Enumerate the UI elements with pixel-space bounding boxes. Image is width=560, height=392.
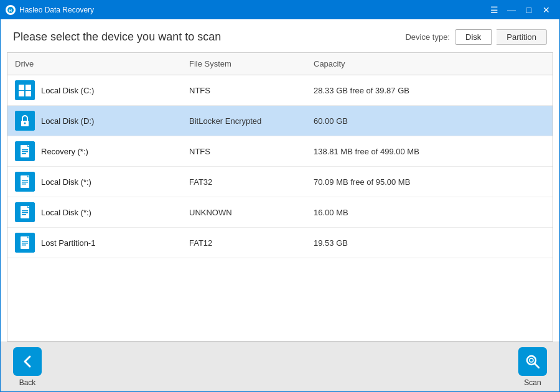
windows-drive-icon (15, 80, 35, 100)
column-capacity: Capacity (306, 57, 553, 71)
svg-rect-28 (22, 243, 28, 244)
capacity-cell: 16.00 MB (306, 203, 553, 222)
svg-rect-4 (26, 85, 31, 90)
disk-button[interactable]: Disk (455, 29, 492, 45)
svg-rect-2 (15, 80, 35, 100)
svg-rect-13 (22, 151, 28, 152)
capacity-cell: 19.53 GB (306, 233, 553, 253)
svg-rect-24 (22, 214, 26, 215)
filesystem-cell: NTFS (182, 81, 306, 100)
drive-cell: Local Disk (*:) (7, 167, 182, 197)
drive-name: Local Disk (*:) (41, 177, 91, 187)
table-row[interactable]: Recovery (*:) NTFS 138.81 MB free of 499… (7, 136, 553, 167)
bottom-bar: Back Scan (1, 342, 559, 391)
doc-drive-icon (15, 172, 35, 192)
svg-rect-23 (22, 212, 28, 213)
back-button[interactable]: Back (13, 347, 42, 387)
page-title: Please select the device you want to sca… (13, 30, 221, 44)
filesystem-cell: FAT32 (182, 172, 306, 192)
title-bar: H Hasleo Data Recovery ☰ — □ ✕ (1, 1, 559, 19)
svg-rect-12 (22, 149, 28, 151)
partition-button[interactable]: Partition (497, 29, 547, 45)
content-area: Please select the device you want to sca… (1, 19, 559, 342)
back-icon (13, 347, 42, 376)
drive-cell: Lost Partition-1 (7, 228, 182, 258)
scan-button[interactable]: Scan (518, 347, 547, 387)
drive-name: Recovery (*:) (41, 147, 88, 156)
svg-rect-14 (22, 153, 26, 154)
table-row[interactable]: Lost Partition-1 FAT12 19.53 GB (7, 228, 553, 258)
svg-rect-6 (26, 91, 31, 96)
main-window: H Hasleo Data Recovery ☰ — □ ✕ Please se… (0, 0, 560, 392)
back-label: Back (19, 378, 36, 387)
drive-name: Local Disk (D:) (41, 116, 94, 126)
capacity-cell: 70.09 MB free of 95.00 MB (306, 172, 553, 192)
doc-drive-icon (15, 202, 35, 222)
minimize-button[interactable]: — (503, 4, 520, 16)
svg-rect-19 (22, 184, 26, 185)
drive-cell: Recovery (*:) (7, 136, 182, 166)
app-icon: H (6, 5, 16, 15)
menu-button[interactable]: ☰ (486, 4, 502, 16)
svg-rect-22 (22, 210, 28, 212)
drive-name: Local Disk (*:) (41, 208, 91, 217)
window-title: Hasleo Data Recovery (19, 6, 486, 14)
header-row: Please select the device you want to sca… (1, 19, 559, 52)
drive-name: Local Disk (C:) (41, 86, 94, 95)
table-body: Local Disk (C:) NTFS 28.33 GB free of 39… (7, 75, 553, 258)
scan-label: Scan (524, 378, 541, 387)
drive-cell: Local Disk (*:) (7, 197, 182, 227)
device-type-label: Device type: (405, 32, 450, 42)
svg-point-32 (530, 358, 533, 362)
svg-text:H: H (9, 8, 12, 12)
svg-rect-17 (22, 180, 28, 181)
svg-line-31 (534, 363, 539, 368)
scan-icon (518, 347, 547, 376)
capacity-cell: 28.33 GB free of 39.87 GB (306, 81, 553, 100)
capacity-cell: 60.00 GB (306, 111, 553, 131)
filesystem-cell: NTFS (182, 142, 306, 161)
capacity-cell: 138.81 MB free of 499.00 MB (306, 142, 553, 161)
table-row[interactable]: Local Disk (*:) UNKNOWN 16.00 MB (7, 197, 553, 228)
svg-rect-3 (19, 85, 24, 90)
maximize-button[interactable]: □ (521, 4, 537, 16)
lock-drive-icon (15, 111, 35, 131)
svg-rect-29 (22, 245, 26, 246)
column-drive: Drive (7, 57, 182, 71)
doc-drive-icon (15, 141, 35, 161)
filesystem-cell: BitLocker Encrypted (182, 111, 306, 131)
filesystem-cell: UNKNOWN (182, 203, 306, 222)
table-row[interactable]: Local Disk (D:) BitLocker Encrypted 60.0… (7, 106, 553, 136)
svg-rect-27 (22, 241, 28, 242)
drive-name: Lost Partition-1 (41, 238, 95, 248)
close-button[interactable]: ✕ (538, 4, 554, 16)
window-controls: ☰ — □ ✕ (486, 4, 554, 16)
table-row[interactable]: Local Disk (*:) FAT32 70.09 MB free of 9… (7, 167, 553, 197)
svg-rect-5 (19, 91, 24, 96)
svg-point-9 (24, 123, 26, 124)
table-row[interactable]: Local Disk (C:) NTFS 28.33 GB free of 39… (7, 75, 553, 106)
filesystem-cell: FAT12 (182, 233, 306, 253)
column-filesystem: File System (182, 57, 306, 71)
svg-rect-18 (22, 182, 28, 183)
drive-table: Drive File System Capacity (7, 52, 553, 342)
drive-cell: Local Disk (C:) (7, 75, 182, 105)
table-header: Drive File System Capacity (7, 53, 553, 75)
device-type-group: Device type: Disk Partition (405, 29, 547, 45)
doc-drive-icon (15, 233, 35, 253)
drive-cell: Local Disk (D:) (7, 106, 182, 136)
